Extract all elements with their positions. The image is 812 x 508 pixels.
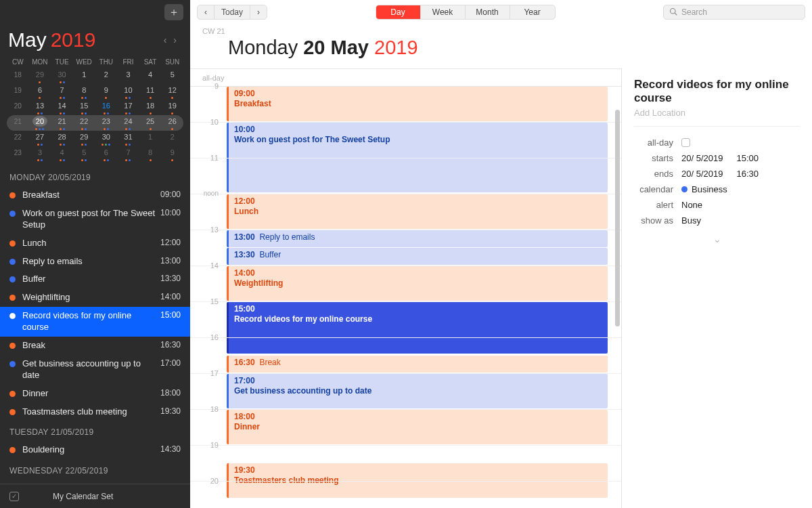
mini-cw[interactable]: 21 [7,115,29,131]
mini-day[interactable]: 16 [95,100,118,115]
mini-day[interactable]: 23 [95,115,118,131]
mini-day[interactable]: 22 [73,115,95,131]
mini-day[interactable]: 1 [73,68,95,84]
view-month[interactable]: Month [466,5,510,19]
view-week[interactable]: Week [421,5,466,19]
mini-day[interactable]: 10 [117,84,139,100]
mini-day[interactable]: 6 [29,84,51,100]
mini-day[interactable]: 30 [95,131,118,146]
mini-day[interactable]: 30 [51,68,73,84]
mini-day[interactable]: 13 [29,100,51,115]
mini-day[interactable]: 4 [139,68,162,84]
mini-day[interactable]: 27 [29,131,51,146]
mini-day[interactable]: 3 [117,68,139,84]
mini-day[interactable]: 3 [29,146,51,162]
hour-row[interactable]: 14 [190,266,621,302]
calendar-value[interactable]: Business [681,184,727,194]
mini-day[interactable]: 5 [161,68,183,84]
mini-day[interactable]: 17 [117,100,139,115]
mini-day[interactable]: 29 [29,68,51,84]
hour-row[interactable]: 10 [190,123,621,158]
agenda-item[interactable]: Work on guest post for The Sweet Setup10… [0,205,190,234]
mini-day[interactable]: 28 [51,131,73,146]
agenda-item[interactable]: Reply to emails13:00 [0,253,190,271]
mini-day[interactable]: 2 [161,131,183,146]
ends-label: ends [634,169,681,179]
agenda-item[interactable]: Break16:30 [0,337,190,355]
mini-day[interactable]: 20 [29,115,51,131]
alert-value[interactable]: None [681,200,702,210]
mini-cw[interactable]: 18 [7,68,29,84]
mini-cw[interactable]: 20 [7,100,29,115]
mini-day[interactable]: 1 [139,131,162,146]
agenda-item[interactable]: Breakfast09:00 [0,186,190,205]
mini-cw[interactable]: 23 [7,146,29,162]
hour-row[interactable]: 16 [190,338,621,374]
agenda-item[interactable]: Record videos for my online course15:00 [0,307,190,337]
mini-day[interactable]: 14 [51,100,73,115]
inspector-title[interactable]: Record videos for my online course [634,78,800,108]
mini-day[interactable]: 8 [73,84,95,100]
agenda-item[interactable]: Weightlifting14:00 [0,289,190,307]
inspector-location[interactable]: Add Location [634,108,800,127]
agenda-item[interactable]: Lunch12:00 [0,234,190,253]
mini-day[interactable]: 31 [117,131,139,146]
mini-day[interactable]: 8 [139,146,162,162]
hour-row[interactable]: 15 [190,302,621,338]
mini-cw[interactable]: 19 [7,84,29,100]
mini-day[interactable]: 15 [73,100,95,115]
mini-day[interactable]: 7 [51,84,73,100]
hour-row[interactable]: 9 [190,87,621,123]
toggle-checkbox[interactable]: ✓ [9,492,19,501]
hour-row[interactable]: 13 [190,230,621,266]
mini-day[interactable]: 21 [51,115,73,131]
next-month-button[interactable]: › [173,35,177,45]
agenda-item[interactable]: Buffer13:30 [0,270,190,289]
mini-day[interactable]: 12 [161,84,183,100]
starts-value[interactable]: 20/ 5/2019 15:00 [681,153,759,163]
agenda-list[interactable]: MONDAY 20/05/2019Breakfast09:00Work on g… [0,166,190,484]
calendar-set-label[interactable]: My Calendar Set [53,492,113,501]
mini-day[interactable]: 4 [51,146,73,162]
agenda-item[interactable]: Toastmasters club meeting19:30 [0,403,190,421]
mini-day[interactable]: 11 [139,84,162,100]
ends-value[interactable]: 20/ 5/2019 16:30 [681,169,759,179]
allday-checkbox[interactable] [681,138,690,147]
mini-day[interactable]: 18 [139,100,162,115]
view-day[interactable]: Day [376,5,421,19]
nav-forward-button[interactable]: › [250,5,267,19]
mini-day[interactable]: 26 [161,115,183,131]
hour-row[interactable]: noon [190,194,621,230]
agenda-item-title: Record videos for my online course [22,310,156,333]
view-year[interactable]: Year [510,5,555,19]
allday-row[interactable]: all-day [190,69,621,87]
today-button[interactable]: Today [215,5,250,19]
agenda-item[interactable]: Dinner18:00 [0,385,190,403]
mini-day[interactable]: 5 [73,146,95,162]
mini-day[interactable]: 7 [117,146,139,162]
nav-back-button[interactable]: ‹ [198,5,215,19]
mini-day[interactable]: 25 [139,115,162,131]
hour-row[interactable]: 20 [190,482,621,508]
mini-day[interactable]: 2 [95,68,118,84]
mini-cw[interactable]: 22 [7,131,29,146]
hour-row[interactable]: 11 [190,158,621,194]
mini-day[interactable]: 24 [117,115,139,131]
mini-day[interactable]: 19 [161,100,183,115]
prev-month-button[interactable]: ‹ [164,35,167,45]
mini-day[interactable]: 9 [161,146,183,162]
search-input[interactable]: Search [663,5,805,20]
mini-day[interactable]: 29 [73,131,95,146]
mini-day[interactable]: 9 [95,84,118,100]
hour-row[interactable]: 18 [190,410,621,446]
scrollbar-thumb[interactable] [615,110,620,326]
agenda-item[interactable]: Bouldering14:30 [0,441,190,459]
mini-day[interactable]: 6 [95,146,118,162]
add-event-button[interactable]: ＋ [164,4,183,20]
hour-row[interactable]: 17 [190,374,621,410]
showas-value[interactable]: Busy [681,215,701,226]
day-column[interactable]: all-day 09:00Breakfast10:00Work on guest… [190,68,621,508]
hour-row[interactable]: 19 [190,446,621,482]
agenda-item[interactable]: Get business accounting up to date17:00 [0,355,190,385]
expand-details-button[interactable]: ⌄ [634,228,800,245]
